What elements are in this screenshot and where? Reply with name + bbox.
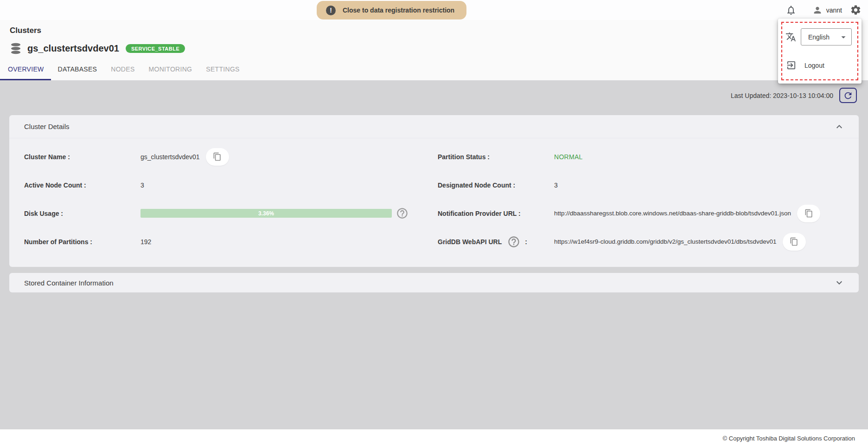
logout-label: Logout [804, 62, 824, 69]
status-badge: SERVICE_STABLE [126, 44, 185, 53]
database-icon [9, 42, 23, 55]
stored-container-header[interactable]: Stored Container Information [9, 273, 859, 292]
logout-icon [786, 60, 797, 71]
username-label: vannt [826, 6, 842, 14]
logout-menu-item[interactable]: Logout [786, 60, 862, 71]
field-partition-status: Partition Status : NORMAL [434, 143, 859, 171]
top-bar: ! Close to data registration restriction… [0, 0, 868, 20]
warning-banner-text: Close to data registration restriction [343, 6, 454, 14]
field-cluster-name: Cluster Name : gs_clustertsdvdev01 [9, 143, 434, 171]
tab-settings: SETTINGS [199, 65, 246, 80]
field-webapi-url: GridDB WebAPI URL : https://w1ef4sr9-clo… [434, 227, 859, 256]
field-disk-usage: Disk Usage : 3.36% [9, 199, 434, 227]
webapi-url-label: GridDB WebAPI URL [438, 238, 502, 246]
stored-container-title: Stored Container Information [24, 279, 114, 287]
translate-icon [785, 32, 796, 42]
help-icon[interactable] [396, 207, 408, 220]
gear-icon[interactable] [850, 4, 862, 16]
chevron-down-icon[interactable] [834, 277, 845, 288]
field-label: Notification Provider URL : [438, 210, 554, 217]
help-icon[interactable] [507, 235, 520, 248]
refresh-button[interactable] [839, 88, 857, 103]
refresh-icon [843, 91, 853, 101]
tab-monitoring: MONITORING [142, 65, 199, 80]
chevron-up-icon[interactable] [834, 121, 845, 132]
field-number-of-partitions: Number of Partitions : 192 [9, 227, 434, 256]
cluster-title-row: gs_clustertsdvdev01 SERVICE_STABLE [9, 42, 868, 55]
field-label: Cluster Name : [24, 153, 140, 161]
copy-notification-url-button[interactable] [797, 205, 820, 222]
field-label: Designated Node Count : [438, 181, 554, 189]
tab-bar: OVERVIEW DATABASES NODES MONITORING SETT… [0, 65, 868, 80]
copy-icon [804, 209, 813, 218]
webapi-url-colon: : [525, 238, 527, 246]
language-selected-value: English [808, 33, 830, 41]
field-notification-provider-url: Notification Provider URL : http://dbaas… [434, 199, 859, 227]
stored-container-card: Stored Container Information [9, 273, 859, 292]
field-label: GridDB WebAPI URL : [438, 235, 554, 248]
active-node-count-value: 3 [140, 181, 144, 189]
main-content: Last Updated: 2023-10-13 10:04:00 Cluste… [0, 80, 868, 429]
tab-nodes: NODES [104, 65, 141, 80]
page-header: Clusters gs_clustertsdvdev01 SERVICE_STA… [0, 20, 868, 80]
language-row: English [785, 28, 862, 45]
tab-databases[interactable]: DATABASES [51, 65, 104, 80]
bell-icon[interactable] [785, 5, 797, 16]
page-title: Clusters [10, 26, 868, 35]
field-active-node-count: Active Node Count : 3 [9, 171, 434, 199]
language-select[interactable]: English [801, 28, 852, 45]
user-dropdown-menu: English Logout [778, 19, 862, 84]
tab-overview[interactable]: OVERVIEW [0, 65, 51, 80]
cluster-details-header[interactable]: Cluster Details [9, 115, 859, 138]
field-label: Disk Usage : [24, 210, 140, 217]
content-toolbar: Last Updated: 2023-10-13 10:04:00 [0, 80, 868, 103]
copyright-text: © Copyright Toshiba Digital Solutions Co… [723, 435, 855, 442]
topbar-actions: vannt [785, 0, 862, 20]
field-label: Number of Partitions : [24, 238, 140, 246]
last-updated-label: Last Updated: 2023-10-13 10:04:00 [731, 92, 833, 99]
cluster-name-value: gs_clustertsdvdev01 [140, 153, 200, 161]
field-label: Active Node Count : [24, 181, 140, 189]
exclamation-icon: ! [326, 6, 336, 15]
number-of-partitions-value: 192 [140, 238, 151, 246]
field-label: Partition Status : [438, 153, 554, 161]
designated-node-count-value: 3 [554, 181, 558, 189]
cluster-name-heading: gs_clustertsdvdev01 [27, 43, 119, 54]
cluster-details-card: Cluster Details Cluster Name : gs_cluste… [9, 115, 859, 267]
disk-usage-percent-label: 3.36% [140, 209, 392, 218]
partition-status-value: NORMAL [554, 153, 583, 161]
copy-icon [790, 237, 798, 246]
cluster-details-title: Cluster Details [24, 123, 70, 130]
field-designated-node-count: Designated Node Count : 3 [434, 171, 859, 199]
warning-banner: ! Close to data registration restriction [317, 1, 466, 19]
person-icon[interactable] [812, 5, 823, 15]
copy-cluster-name-button[interactable] [206, 148, 229, 166]
dropdown-caret-icon [838, 32, 849, 42]
disk-usage-bar: 3.36% [140, 209, 392, 218]
notification-provider-url-value: http://dbaassharegsst.blob.core.windows.… [554, 210, 791, 217]
page-footer: © Copyright Toshiba Digital Solutions Co… [0, 429, 868, 447]
copy-webapi-url-button[interactable] [783, 233, 806, 251]
webapi-url-value: https://w1ef4sr9-cloud.griddb.com/griddb… [554, 238, 777, 245]
cluster-details-fields: Cluster Name : gs_clustertsdvdev01 Parti… [9, 138, 859, 267]
copy-icon [213, 152, 222, 161]
